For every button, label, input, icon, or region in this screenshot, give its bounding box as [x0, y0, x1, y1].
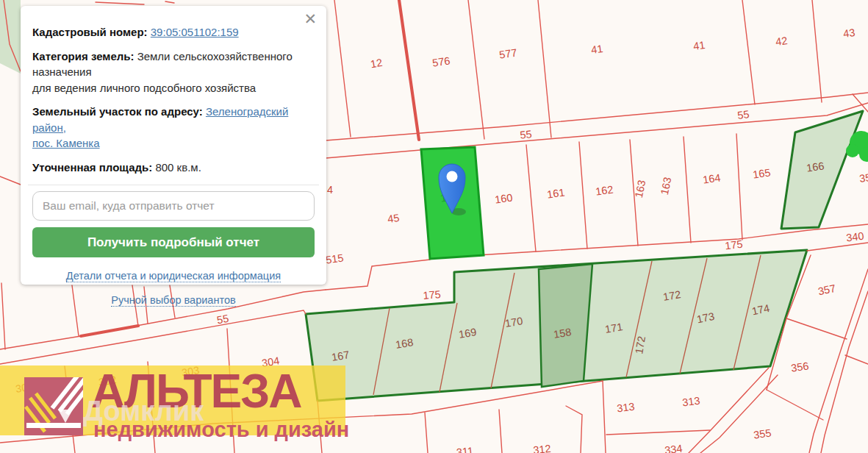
email-input[interactable] [32, 191, 315, 221]
parcel-label-42: 42 [775, 35, 788, 48]
parcel-label-55: 55 [216, 313, 230, 327]
parcel-label-313: 313 [681, 395, 700, 409]
close-icon[interactable]: ✕ [304, 11, 317, 26]
parcel-info-popup: ✕ Кадастровый номер: 39:05:051102:159 Ка… [21, 6, 326, 285]
parcel-label-41: 41 [692, 39, 706, 52]
divider [28, 185, 319, 185]
report-details-link[interactable]: Детали отчета и юридическая информация [66, 270, 281, 282]
land-category-row: Категория земель: Земли сельскохозяйстве… [32, 49, 315, 96]
parcel-158[interactable] [539, 264, 592, 387]
parcel-label-334: 334 [664, 443, 683, 453]
address-row: Земельный участок по адресу: Зеленоградс… [32, 104, 315, 151]
parcel-label-41: 41 [590, 43, 603, 56]
parcel-label-577: 577 [498, 46, 517, 60]
parcel-label-35: 35 [858, 171, 868, 185]
parcel-label-55: 55 [520, 128, 533, 141]
address-label: Земельный участок по адресу: [32, 105, 203, 118]
parcel-label-4: 4 [327, 184, 333, 196]
parcel-label-313: 313 [616, 401, 635, 415]
get-report-button[interactable]: Получить подробный отчет [32, 227, 315, 257]
parcel-label-166: 166 [806, 160, 825, 174]
parcel-label-175: 175 [724, 238, 743, 252]
area-label: Уточненная площадь: [32, 161, 152, 174]
parcel-label-43: 43 [842, 26, 856, 40]
parcel-label-340: 340 [845, 230, 864, 244]
land-use-value: для ведения личного подсобного хозяйства [32, 82, 256, 94]
cadastral-number-label: Кадастровый номер: [32, 26, 148, 38]
parcel-label-312: 312 [533, 443, 552, 453]
address-link-line2[interactable]: пос. Каменка [32, 137, 100, 149]
manual-selection-link[interactable]: Ручной выбор вариантов [111, 294, 235, 307]
parcel-label-161: 161 [546, 186, 565, 200]
parcel-label-45: 45 [387, 212, 400, 225]
area-value: 800 кв.м. [155, 161, 201, 174]
cadastral-number-row: Кадастровый номер: 39:05:051102:159 [32, 24, 315, 40]
land-category-label: Категория земель: [32, 50, 134, 63]
parcel-label-356: 356 [790, 360, 809, 374]
brand-tagline: недвижимость и дизайн [93, 419, 349, 440]
parcel-label-160: 160 [494, 191, 513, 205]
parcel-label-12: 12 [370, 57, 384, 71]
parcel-label-55: 55 [736, 108, 750, 121]
parcel-label-576: 576 [431, 54, 451, 68]
pin-center-dot [447, 171, 458, 182]
parcel-label-355: 355 [753, 427, 772, 440]
parcel-label-515: 515 [325, 252, 344, 265]
parcel-label-165: 165 [752, 166, 771, 180]
area-row: Уточненная площадь: 800 кв.м. [32, 160, 315, 176]
parcel-label-164: 164 [702, 171, 721, 185]
parcel-label-311: 311 [456, 445, 474, 453]
cadastral-number-link[interactable]: 39:05:051102:159 [151, 26, 239, 38]
parcel-label-175: 175 [423, 288, 442, 302]
domclick-logo-icon [24, 377, 83, 435]
parcel-label-162: 162 [595, 183, 614, 197]
